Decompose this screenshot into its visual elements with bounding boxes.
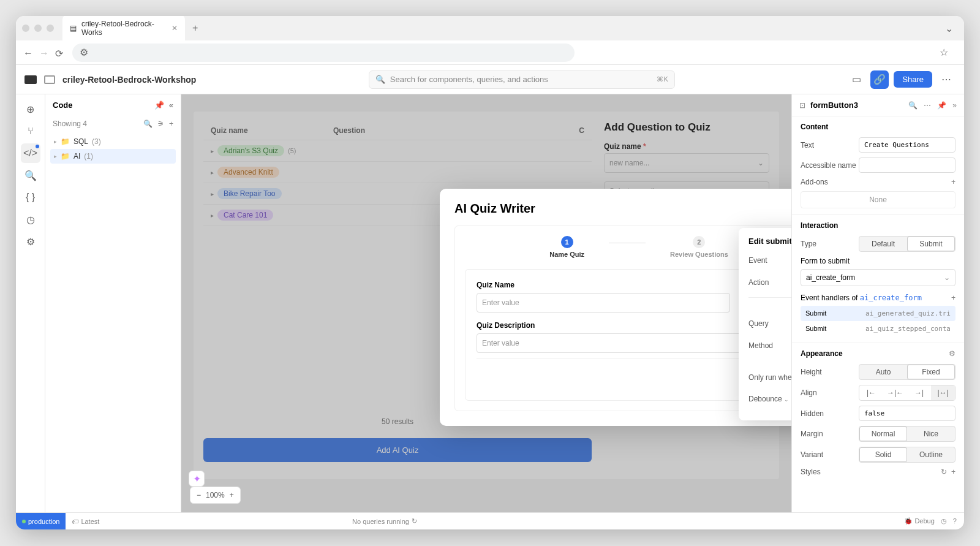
expand-icon[interactable]: »	[952, 101, 957, 110]
add-icon[interactable]: +	[169, 119, 173, 128]
align-stretch-icon[interactable]: |↔|	[931, 385, 955, 400]
section-appearance: Appearance	[801, 349, 843, 358]
rail-history-button[interactable]: ◷	[21, 210, 40, 229]
form-submit-select[interactable]: ai_create_form⌄	[801, 269, 956, 286]
pin-icon[interactable]: 📌	[937, 101, 946, 110]
traffic-max-icon[interactable]	[47, 25, 54, 32]
type-segment[interactable]: Default Submit	[859, 236, 956, 252]
panel-title: Code	[53, 100, 73, 110]
nav-forward-icon[interactable]: →	[39, 48, 49, 58]
hidden-input[interactable]	[859, 406, 956, 421]
version-tag[interactable]: 🏷 Latest	[66, 518, 105, 525]
more-icon[interactable]: ⋯	[924, 101, 931, 110]
canvas[interactable]: Quiz name Question C ▸Adrian's S3 Quiz (…	[181, 94, 791, 512]
tab-title: criley-Retool-Bedrock-Works	[81, 20, 167, 37]
step-1[interactable]: 1 Name Quiz	[549, 236, 584, 258]
refresh-icon: ↻	[412, 517, 417, 525]
browser-chrome: ▤ criley-Retool-Bedrock-Works ✕ + ⌄	[16, 16, 964, 40]
left-rail: ⊕ ⑂ </> 🔍 { } ◷ ⚙	[16, 94, 45, 512]
addons-none[interactable]: None	[801, 191, 956, 208]
search-input[interactable]: 🔍 Search for components, queries, and ac…	[369, 70, 675, 89]
folder-count: (3)	[92, 137, 101, 146]
eh-form-link[interactable]: ai_create_form	[860, 294, 922, 302]
settings-icon[interactable]: ⚙	[949, 349, 956, 358]
search-icon[interactable]: 🔍	[143, 119, 153, 128]
add-icon[interactable]: +	[951, 468, 956, 476]
tab-favicon-icon: ▤	[70, 24, 77, 32]
traffic-close-icon[interactable]	[22, 25, 29, 32]
kbd-shortcut: ⌘K	[657, 75, 668, 83]
rail-state-button[interactable]: { }	[21, 188, 40, 207]
align-center-icon[interactable]: →|←	[883, 385, 907, 400]
pin-icon[interactable]: 📌	[154, 100, 164, 110]
text-label: Text	[801, 141, 859, 150]
addons-label: Add-ons	[801, 178, 859, 186]
close-icon[interactable]: ✕	[172, 24, 178, 32]
rail-add-button[interactable]: ⊕	[21, 99, 40, 119]
align-segment[interactable]: |← →|← →| |↔|	[859, 385, 956, 401]
site-settings-icon[interactable]: ⚙	[80, 47, 88, 58]
collapse-icon[interactable]: «	[169, 100, 173, 110]
debug-button[interactable]: 🐞 Debug	[904, 517, 934, 525]
folder-name: AI	[74, 152, 80, 161]
rail-code-button[interactable]: </>	[21, 143, 40, 163]
margin-segment[interactable]: Normal Nice	[859, 426, 956, 442]
ai-sparkle-button[interactable]: ✦	[189, 471, 205, 487]
search-placeholder: Search for components, queries, and acti…	[390, 75, 548, 84]
query-label: Query	[748, 319, 791, 328]
filter-icon[interactable]: ⚞	[157, 119, 164, 128]
search-icon[interactable]: 🔍	[908, 101, 918, 110]
history-icon[interactable]: ◷	[941, 517, 947, 525]
height-segment[interactable]: Auto Fixed	[859, 364, 956, 380]
retool-logo-icon[interactable]	[24, 75, 37, 84]
margin-label: Margin	[801, 430, 859, 438]
panel-toggle-icon[interactable]	[44, 75, 55, 84]
share-button[interactable]: Share	[894, 71, 932, 88]
inspector-panel: ⊡ formButton3 🔍 ⋯ 📌 » Content Text Acces…	[791, 94, 964, 512]
help-icon[interactable]: ?	[953, 517, 957, 525]
rail-search-button[interactable]: 🔍	[21, 165, 40, 185]
component-name[interactable]: formButton3	[810, 100, 858, 110]
browser-tab[interactable]: ▤ criley-Retool-Bedrock-Works ✕	[62, 16, 185, 42]
event-handler-row[interactable]: Submitai_quiz_stepped_conta	[801, 321, 956, 336]
tree-folder[interactable]: ▸📁SQL (3)	[50, 134, 176, 149]
event-handler-row[interactable]: Submitai_generated_quiz.tri	[801, 306, 956, 321]
add-icon[interactable]: +	[951, 294, 956, 302]
rail-settings-button[interactable]: ⚙	[21, 232, 40, 251]
quiz-name-input[interactable]: Enter value	[477, 293, 730, 313]
form-submit-label: Form to submit	[801, 257, 956, 265]
tree-folder[interactable]: ▸📁AI (1)	[50, 149, 176, 164]
nav-reload-icon[interactable]: ⟳	[55, 48, 65, 58]
rail-tree-button[interactable]: ⑂	[21, 121, 40, 141]
text-input[interactable]	[859, 137, 956, 153]
align-left-icon[interactable]: |←	[859, 385, 883, 400]
status-bar: production 🏷 Latest No queries running ↻…	[16, 512, 964, 529]
eh-label: Event handlers of	[801, 294, 860, 302]
link-button[interactable]: 🔗	[870, 70, 889, 89]
acc-name-input[interactable]	[859, 157, 956, 173]
variant-segment[interactable]: Solid Outline	[859, 447, 956, 463]
url-input[interactable]: ⚙	[72, 44, 575, 62]
eh-action: ai_generated_quiz.tri	[865, 309, 951, 317]
add-icon[interactable]: +	[951, 178, 956, 186]
traffic-min-icon[interactable]	[34, 25, 42, 32]
zoom-control[interactable]: − 100% +	[190, 487, 241, 504]
align-right-icon[interactable]: →|	[907, 385, 931, 400]
only-run-label: Only run when	[748, 373, 791, 382]
env-badge[interactable]: production	[16, 513, 66, 529]
nav-back-icon[interactable]: ←	[23, 48, 33, 58]
more-menu-icon[interactable]: ⋯	[937, 70, 956, 89]
debounce-label: Debounce ⌄	[748, 395, 791, 403]
chevron-down-icon: ⌄	[784, 396, 789, 403]
zoom-in-icon[interactable]: +	[230, 491, 234, 499]
step-2[interactable]: 2 Review Questions	[670, 236, 728, 258]
bookmark-icon[interactable]: ☆	[940, 47, 948, 58]
chevron-down-icon[interactable]: ⌄	[945, 23, 953, 34]
new-tab-button[interactable]: +	[192, 23, 198, 34]
component-type-icon: ⊡	[799, 101, 805, 110]
desktop-preview-button[interactable]: ▭	[847, 70, 865, 89]
eh-event: Submit	[805, 309, 826, 317]
zoom-out-icon[interactable]: −	[197, 491, 201, 499]
reset-icon[interactable]: ↻	[941, 468, 947, 476]
styles-label: Styles	[801, 468, 859, 476]
